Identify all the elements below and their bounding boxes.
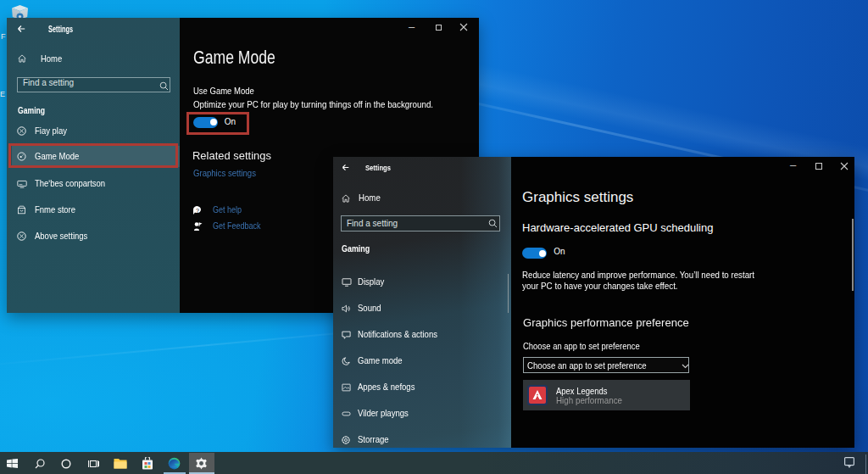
svg-text:?: ?: [196, 208, 199, 214]
